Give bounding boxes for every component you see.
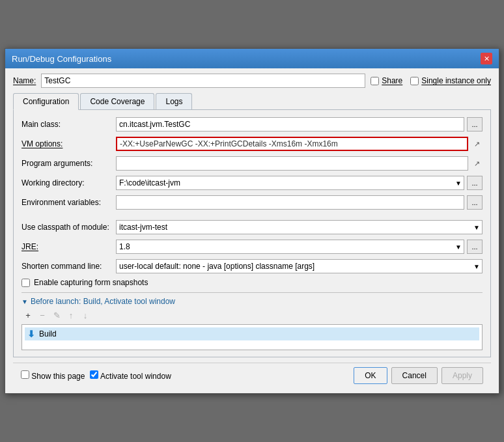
jre-select-wrap: 1.8 ▼ (116, 240, 464, 254)
main-class-label: Main class: (21, 120, 116, 129)
main-class-row: Main class: ... (21, 117, 483, 132)
classpath-input-wrap: itcast-jvm-test ▼ (116, 220, 483, 234)
jre-browse-button[interactable]: ... (467, 240, 483, 254)
tab-code-coverage[interactable]: Code Coverage (80, 93, 154, 109)
title-bar: Run/Debug Configurations ✕ (5, 49, 499, 68)
cancel-button[interactable]: Cancel (391, 367, 438, 384)
jre-row: JRE: 1.8 ▼ ... (21, 239, 483, 255)
env-vars-browse-button[interactable]: ... (467, 195, 483, 210)
classpath-select[interactable]: itcast-jvm-test (116, 220, 483, 234)
build-item-icon: ⬇ (27, 329, 35, 339)
show-page-checkbox[interactable] (21, 370, 29, 379)
dialog-content: Name: Share Single instance only Configu… (5, 68, 499, 393)
activate-tool-checkbox-label[interactable]: Activate tool window (90, 370, 171, 381)
share-checkbox[interactable] (371, 77, 379, 85)
snapshots-checkbox[interactable] (21, 279, 30, 287)
program-args-label: Program arguments: (21, 159, 116, 168)
before-launch-header: ▼ Before launch: Build, Activate tool wi… (21, 297, 483, 306)
classpath-select-wrap: itcast-jvm-test ▼ (116, 220, 483, 234)
build-list-item[interactable]: ⬇ Build (25, 327, 479, 340)
jre-label: JRE: (21, 242, 116, 251)
configuration-panel: Main class: ... VM options: ↗ Program ar… (13, 110, 491, 357)
working-dir-row: Working directory: ▼ ... (21, 175, 483, 191)
remove-before-launch-button[interactable]: − (36, 309, 49, 322)
edit-before-launch-button[interactable]: ✎ (50, 309, 63, 322)
main-class-browse-button[interactable]: ... (467, 117, 483, 131)
main-class-input-wrap: ... (116, 117, 483, 131)
move-down-before-launch-button[interactable]: ↓ (79, 309, 92, 322)
program-args-row: Program arguments: ↗ (21, 156, 483, 171)
name-input[interactable] (41, 74, 365, 88)
classpath-row: Use classpath of module: itcast-jvm-test… (21, 219, 483, 235)
env-vars-row: Environment variables: ... (21, 195, 483, 210)
tabs-row: Configuration Code Coverage Logs (13, 93, 491, 110)
jre-select[interactable]: 1.8 (116, 240, 464, 254)
show-page-checkbox-label[interactable]: Show this page (21, 370, 85, 381)
working-dir-input[interactable] (116, 176, 464, 190)
working-dir-input-wrap: ▼ ... (116, 176, 483, 190)
before-launch-section: ▼ Before launch: Build, Activate tool wi… (21, 292, 483, 350)
shorten-input-wrap: user-local default: none - java [options… (116, 259, 483, 273)
add-before-launch-button[interactable]: + (21, 309, 35, 322)
program-args-input-wrap: ↗ (116, 156, 483, 171)
collapse-icon[interactable]: ▼ (21, 298, 28, 305)
before-launch-toolbar: + − ✎ ↑ ↓ (21, 309, 483, 322)
shorten-select-wrap: user-local default: none - java [options… (116, 259, 483, 273)
before-launch-title: Before launch: Build, Activate tool wind… (31, 297, 175, 306)
single-instance-checkbox[interactable] (410, 77, 419, 85)
shorten-row: Shorten command line: user-local default… (21, 258, 483, 274)
close-button[interactable]: ✕ (481, 53, 492, 64)
ok-button[interactable]: OK (354, 367, 387, 384)
tab-logs[interactable]: Logs (156, 93, 192, 109)
main-class-input[interactable] (116, 117, 464, 131)
dialog-title: Run/Debug Configurations (12, 54, 111, 64)
working-dir-label: Working directory: (21, 178, 116, 187)
footer-buttons: OK Cancel Apply (354, 367, 483, 384)
shorten-select[interactable]: user-local default: none - java [options… (116, 259, 483, 273)
program-args-expand-icon[interactable]: ↗ (471, 158, 483, 169)
working-dir-select-wrap: ▼ (116, 176, 464, 190)
env-vars-label: Environment variables: (21, 198, 116, 207)
vm-options-expand-icon[interactable]: ↗ (471, 138, 483, 150)
snapshots-label: Enable capturing form snapshots (34, 278, 148, 287)
vm-options-label: VM options: (21, 139, 116, 148)
shorten-label: Shorten command line: (21, 262, 116, 271)
program-args-input[interactable] (116, 156, 468, 171)
header-checkboxes: Share Single instance only (371, 76, 491, 85)
env-vars-input[interactable] (116, 195, 464, 210)
env-vars-input-wrap: ... (116, 195, 483, 210)
name-label: Name: (13, 76, 36, 85)
name-row: Name: Share Single instance only (13, 74, 491, 88)
move-up-before-launch-button[interactable]: ↑ (64, 309, 77, 322)
vm-options-input[interactable] (116, 137, 468, 151)
before-launch-list: ⬇ Build (21, 324, 483, 350)
tab-configuration[interactable]: Configuration (13, 93, 79, 110)
build-item-label: Build (39, 329, 57, 338)
vm-options-row: VM options: ↗ (21, 136, 483, 152)
single-instance-checkbox-label[interactable]: Single instance only (410, 76, 491, 85)
vm-options-input-wrap: ↗ (116, 137, 483, 151)
footer-row: Show this page Activate tool window OK C… (13, 363, 491, 388)
jre-input-wrap: 1.8 ▼ ... (116, 240, 483, 254)
share-checkbox-label[interactable]: Share (371, 76, 402, 85)
activate-tool-checkbox[interactable] (90, 370, 98, 379)
apply-button[interactable]: Apply (441, 367, 483, 384)
snapshots-row: Enable capturing form snapshots (21, 278, 483, 287)
classpath-label: Use classpath of module: (21, 223, 116, 232)
working-dir-browse-button[interactable]: ... (467, 176, 483, 190)
run-debug-dialog: Run/Debug Configurations ✕ Name: Share S… (5, 48, 499, 394)
